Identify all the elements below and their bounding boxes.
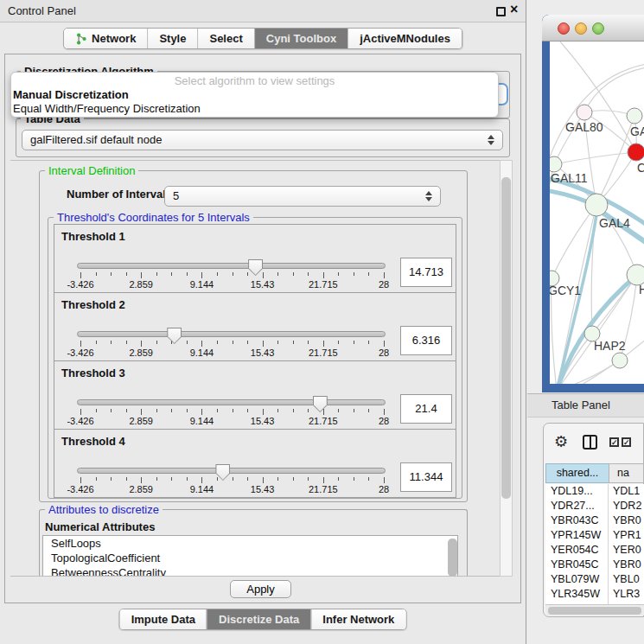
table-cell-name[interactable]: YBL0 [609, 572, 640, 587]
slider-tick [126, 272, 127, 276]
table-cell-shared[interactable]: YDL19... [545, 484, 609, 499]
tab-discretize-data[interactable]: Discretize Data [207, 609, 310, 629]
slider-thumb[interactable] [167, 328, 182, 344]
slider-tick-label: 9.144 [190, 484, 214, 494]
slider-tick [171, 477, 172, 481]
attribute-item[interactable]: BetweennessCentrality [43, 565, 457, 577]
tab-infer-network[interactable]: Infer Network [310, 609, 405, 629]
table-cell-shared[interactable]: YLR345W [545, 587, 609, 602]
slider-tick [201, 477, 202, 483]
slider-track[interactable] [77, 331, 386, 337]
slider-tick [217, 477, 218, 481]
network-node-bottom-node[interactable] [612, 353, 628, 368]
column-view-icon[interactable] [583, 435, 597, 450]
threshold-value-field[interactable]: 21.4 [400, 394, 452, 424]
slider-tick [263, 477, 264, 483]
table-header-shared[interactable]: shared... [545, 463, 609, 483]
float-window-icon[interactable] [496, 7, 506, 16]
table-cell-name[interactable]: YER0 [609, 543, 641, 558]
bottom-tab-bar: Impute DataDiscretize DataInfer Network [119, 609, 407, 630]
threshold-panels: Threshold 1-3.4262.8599.14415.4321.71528… [54, 224, 456, 498]
slider-tick [384, 272, 385, 278]
network-node-GAL11[interactable] [550, 156, 562, 172]
checkbox-icon[interactable]: ✓ [609, 437, 619, 447]
table-row[interactable]: YPR145WYPR1 [545, 528, 644, 543]
table-row[interactable]: YDR27...YDR2 [545, 499, 644, 513]
attribute-item[interactable]: SelfLoops [43, 536, 457, 551]
network-edge[interactable] [554, 152, 636, 164]
horizontal-scrollbar-thumb[interactable] [548, 607, 641, 615]
network-node-GAL80[interactable] [577, 105, 592, 120]
network-edge[interactable] [552, 205, 596, 278]
gear-icon[interactable]: ⚙ [554, 432, 568, 450]
table-cell-name[interactable]: YPR1 [609, 528, 641, 543]
slider-tick [263, 341, 264, 347]
table-cell-name[interactable]: YLR3 [609, 587, 640, 602]
slider-tick-label: 15.43 [251, 484, 275, 494]
slider-tick [247, 341, 248, 344]
tab-jactivemnodules[interactable]: jActiveMNodules [348, 29, 462, 48]
threshold-value-field[interactable]: 11.344 [400, 462, 452, 492]
slider-tick [156, 409, 157, 412]
vertical-scrollbar-thumb[interactable] [501, 177, 511, 499]
attribute-item[interactable]: TopologicalCoefficient [43, 551, 457, 565]
slider-thumb[interactable] [248, 259, 263, 276]
slider-track[interactable] [77, 468, 386, 474]
table-row[interactable]: YBL079WYBL0 [545, 572, 644, 587]
network-node-red-node[interactable] [628, 143, 644, 161]
list-scrollbar[interactable] [448, 539, 457, 577]
slider-tick [217, 341, 218, 344]
table-cell-shared[interactable]: YPR145W [545, 528, 609, 543]
threshold-value-field[interactable]: 14.713 [400, 258, 452, 287]
table-cell-shared[interactable]: YDR27... [545, 499, 609, 513]
table-cell-name[interactable]: YDR2 [609, 499, 641, 513]
checkbox-icon[interactable]: ✓ [622, 437, 631, 447]
close-icon[interactable]: × [510, 2, 518, 17]
network-node-top-right-node[interactable] [627, 108, 642, 124]
table-cell-shared[interactable]: YBR045C [545, 558, 609, 572]
tab-network[interactable]: Network [64, 29, 147, 48]
algorithm-hint-item: Select algorithm to view settings [11, 74, 498, 87]
table-row[interactable]: YBR043CYBR0 [545, 513, 644, 528]
minimize-traffic-light-icon[interactable] [575, 22, 587, 35]
slider-track[interactable] [77, 399, 386, 405]
table-cell-name[interactable]: YBR0 [609, 513, 641, 528]
slider-thumb[interactable] [313, 396, 328, 412]
table-cell-name[interactable]: YBR0 [609, 558, 641, 572]
slider-tick [277, 409, 278, 412]
table-cell-shared[interactable]: YBR043C [545, 513, 609, 528]
network-edge[interactable] [592, 275, 637, 334]
slider-tick [338, 341, 339, 344]
tab-cyni-toolbox[interactable]: Cyni Toolbox [254, 29, 348, 48]
slider-track[interactable] [77, 263, 386, 269]
horizontal-scrollbar[interactable] [545, 604, 644, 615]
table-row[interactable]: YDL19...YDL1 [545, 484, 644, 499]
table-cell-shared[interactable]: YBL079W [545, 572, 609, 587]
vertical-scrollbar[interactable] [500, 160, 513, 577]
network-edge[interactable] [560, 41, 636, 152]
network-node-GAL4[interactable] [585, 194, 608, 216]
slider-tick [156, 272, 157, 276]
table-cell-name[interactable]: YDL1 [609, 484, 640, 499]
table-data-combo[interactable]: galFiltered.sif default node [22, 130, 503, 150]
threshold-value-field[interactable]: 6.316 [400, 326, 452, 355]
slider-tick [233, 272, 233, 276]
table-cell-shared[interactable]: YER054C [545, 543, 609, 558]
zoom-traffic-light-icon[interactable] [592, 22, 604, 35]
number-of-intervals-combo[interactable]: 5 [164, 186, 441, 207]
tab-select[interactable]: Select [197, 29, 253, 48]
close-traffic-light-icon[interactable] [558, 22, 570, 35]
slider-thumb[interactable] [215, 464, 230, 481]
table-header-name[interactable]: na [609, 463, 644, 483]
tab-style[interactable]: Style [147, 29, 197, 48]
apply-button[interactable]: Apply [230, 580, 291, 598]
tab-impute-data[interactable]: Impute Data [120, 609, 207, 629]
slider-tick [338, 272, 339, 276]
algorithm-option-equal-width[interactable]: Equal Width/Frequency Discretization [13, 102, 201, 115]
table-row[interactable]: YLR345WYLR3 [545, 587, 644, 602]
table-row[interactable]: YER054CYER0 [545, 543, 644, 558]
table-row[interactable]: YBR045CYBR0 [545, 558, 644, 572]
algorithm-option-manual[interactable]: Manual Discretization [13, 88, 129, 101]
network-canvas[interactable]: GAL80GAGAL11CGAL4GCY1HHAP2 [550, 41, 644, 384]
slider-tick [354, 477, 354, 481]
